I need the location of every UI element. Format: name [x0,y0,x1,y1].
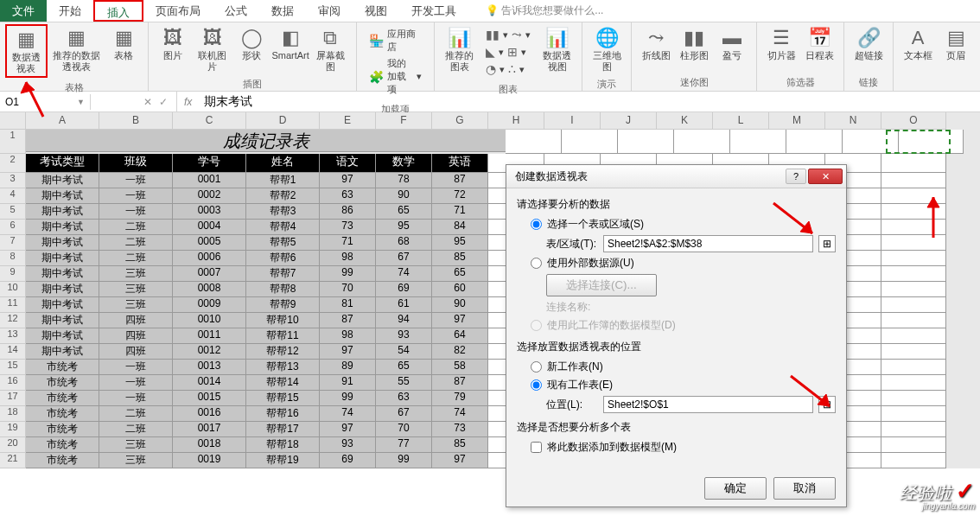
map3d-button[interactable]: 🌐三维地图 [588,24,626,74]
hyperlink-button[interactable]: 🔗超链接 [850,24,888,63]
textbox-button[interactable]: A文本框 [899,24,937,63]
dialog-close-button[interactable]: ✕ [808,169,843,184]
cell[interactable]: 95 [376,220,432,235]
cell[interactable]: 0013 [173,360,246,375]
cell[interactable]: 67 [376,251,432,266]
cell[interactable]: 74 [320,406,376,422]
radio-existing-worksheet[interactable] [531,379,542,391]
cell[interactable]: 0019 [173,453,246,468]
col-header[interactable]: G [432,112,488,130]
cell[interactable]: 60 [432,282,488,297]
row-header[interactable]: 6 [0,220,26,235]
cell[interactable]: 帮帮4 [246,220,320,235]
cell[interactable]: 93 [376,328,432,344]
cell[interactable]: 71 [320,235,376,251]
cell[interactable]: 93 [320,437,376,453]
col-header[interactable]: B [99,112,173,130]
cell[interactable] [881,422,946,437]
cell[interactable]: 期中考试 [26,188,99,204]
cell[interactable] [881,328,946,344]
cell[interactable]: 77 [376,437,432,453]
cell[interactable]: 99 [320,391,376,406]
dialog-help-button[interactable]: ? [786,169,806,184]
recommended-charts-button[interactable]: 📊推荐的图表 [440,24,479,74]
cell[interactable] [618,130,674,154]
cell[interactable]: 期中考试 [26,266,99,282]
cell[interactable]: 二班 [99,406,173,422]
cell[interactable]: 0003 [173,204,246,220]
cell[interactable] [881,437,946,453]
cell[interactable]: 0001 [173,173,246,188]
table-header[interactable]: 数学 [376,154,432,173]
tell-me-input[interactable]: 告诉我您想要做什么... [477,0,612,22]
cell[interactable]: 二班 [99,235,173,251]
cell[interactable]: 一班 [99,391,173,406]
cell[interactable] [843,130,899,154]
row-header[interactable]: 7 [0,235,26,251]
cell[interactable]: 期中考试 [26,173,99,188]
cell[interactable]: 68 [376,235,432,251]
online-pictures-button[interactable]: 🖼联机图片 [192,24,232,74]
row-header[interactable]: 18 [0,406,26,422]
cancel-button[interactable]: 取消 [773,477,836,500]
cell[interactable]: 0008 [173,282,246,297]
cell[interactable]: 期中考试 [26,344,99,360]
cell[interactable]: 期中考试 [26,282,99,297]
cell[interactable]: 0015 [173,391,246,406]
cell[interactable]: 98 [320,251,376,266]
sparkline-line-button[interactable]: ⤳折线图 [637,24,675,63]
cell[interactable]: 64 [432,328,488,344]
cell[interactable]: 82 [432,344,488,360]
cell[interactable]: 0007 [173,266,246,282]
row-header[interactable]: 11 [0,297,26,313]
cell[interactable]: 63 [376,391,432,406]
row-header[interactable]: 9 [0,266,26,282]
cell[interactable]: 帮帮2 [246,188,320,204]
cell[interactable]: 0009 [173,297,246,313]
cell[interactable]: 期中考试 [26,204,99,220]
cell[interactable]: 三班 [99,437,173,453]
ok-button[interactable]: 确定 [704,477,767,500]
table-button[interactable]: ▦表格 [105,24,143,63]
cell[interactable]: 95 [432,235,488,251]
cell[interactable]: 78 [376,173,432,188]
cell[interactable]: 四班 [99,328,173,344]
range-input[interactable] [603,235,813,252]
cell[interactable]: 市统考 [26,453,99,468]
row-header[interactable]: 12 [0,313,26,328]
cell[interactable]: 99 [320,266,376,282]
cell[interactable]: 0002 [173,188,246,204]
cell[interactable]: 帮帮1 [246,173,320,188]
tab-home[interactable]: 开始 [47,0,93,22]
col-header[interactable]: J [601,112,657,130]
cell[interactable]: 市统考 [26,437,99,453]
table-header[interactable]: 英语 [432,154,488,173]
cell[interactable]: 84 [432,220,488,235]
cell[interactable]: 一班 [99,173,173,188]
cell[interactable]: 一班 [99,188,173,204]
row-header[interactable]: 5 [0,204,26,220]
tab-file[interactable]: 文件 [0,0,47,22]
cell[interactable]: 89 [320,360,376,375]
col-header[interactable]: F [376,112,432,130]
chart-type-3[interactable]: ◔▾ ∴▾ [482,61,534,78]
cell[interactable]: 65 [376,360,432,375]
my-addins-button[interactable]: 🧩我的加载项 ▾ [366,55,425,98]
cell[interactable]: 87 [432,375,488,391]
col-header[interactable]: L [713,112,769,130]
timeline-button[interactable]: 📅日程表 [800,24,838,63]
cell[interactable]: 一班 [99,375,173,391]
cell[interactable]: 71 [432,204,488,220]
cell[interactable]: 73 [432,422,488,437]
cell[interactable]: 四班 [99,344,173,360]
cell[interactable]: 0016 [173,406,246,422]
cell[interactable] [881,282,946,297]
cell[interactable]: 帮帮8 [246,282,320,297]
cell[interactable]: 0011 [173,328,246,344]
col-header[interactable]: M [769,112,825,130]
formula-input[interactable]: 期末考试 [199,94,258,110]
cell[interactable]: 70 [376,422,432,437]
cell[interactable]: 期中考试 [26,235,99,251]
cell[interactable]: 90 [432,297,488,313]
cell[interactable]: 73 [320,220,376,235]
